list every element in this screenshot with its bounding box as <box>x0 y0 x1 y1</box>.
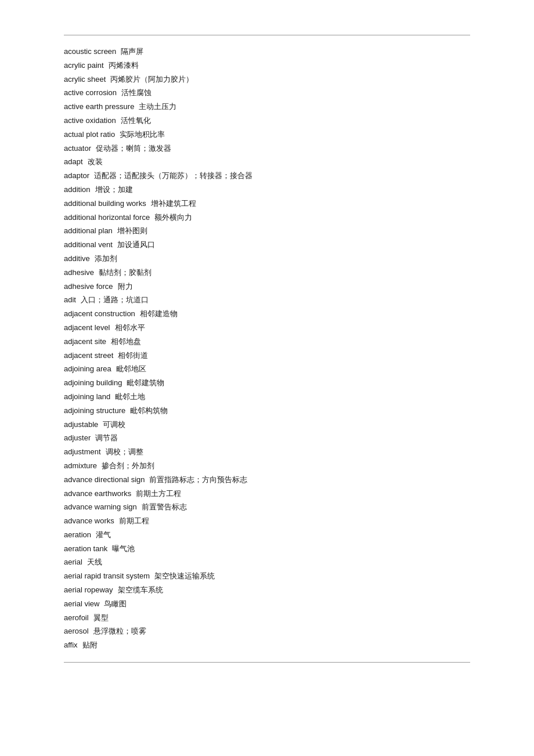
entry-english: active corrosion <box>64 88 117 97</box>
entry-english: aerofoil <box>64 613 89 622</box>
entry-english: advance directional sign <box>64 475 145 484</box>
list-item: additional vent加设通风口 <box>64 239 470 251</box>
entry-chinese: 适配器；适配接头（万能苏）；转接器；接合器 <box>94 171 252 180</box>
entry-chinese: 相邻水平 <box>115 323 145 332</box>
entry-english: adaptor <box>64 171 89 180</box>
list-item: aerofoil翼型 <box>64 612 470 624</box>
entry-english: actual plot ratio <box>64 130 115 139</box>
entry-chinese: 前期土方工程 <box>136 489 181 498</box>
list-item: adjoining land毗邻土地 <box>64 391 470 403</box>
entry-chinese: 增设；加建 <box>95 185 133 194</box>
list-item: aeration灌气 <box>64 529 470 541</box>
entry-chinese: 改装 <box>88 157 103 166</box>
entry-chinese: 主动土压力 <box>139 102 176 111</box>
entry-chinese: 入口；通路；坑道口 <box>81 295 149 304</box>
entry-english: adit <box>64 295 76 304</box>
entry-english: adjacent level <box>64 323 110 332</box>
entry-chinese: 前期工程 <box>119 516 149 525</box>
entry-chinese: 架空快速运输系统 <box>154 571 215 580</box>
entry-chinese: 前置指路标志；方向预告标志 <box>149 475 247 484</box>
entry-chinese: 鸟瞰图 <box>104 599 127 608</box>
entry-chinese: 加设通风口 <box>117 240 155 249</box>
list-item: aeration tank曝气池 <box>64 543 470 555</box>
list-item: adhesive黏结剂；胶黏剂 <box>64 267 470 279</box>
entry-english: actuator <box>64 144 91 153</box>
entry-chinese: 灌气 <box>96 530 111 539</box>
list-item: acrylic sheet丙烯胶片（阿加力胶片） <box>64 74 470 86</box>
list-item: aerial view鸟瞰图 <box>64 598 470 610</box>
list-item: advance warning sign前置警告标志 <box>64 501 470 513</box>
entry-english: advance earthworks <box>64 489 131 498</box>
list-item: adjacent street相邻街道 <box>64 350 470 362</box>
entry-chinese: 掺合剂；外加剂 <box>102 461 154 470</box>
entry-chinese: 调节器 <box>95 433 118 442</box>
entry-chinese: 可调校 <box>103 420 125 429</box>
list-item: advance earthworks前期土方工程 <box>64 488 470 500</box>
entry-english: acrylic paint <box>64 61 104 70</box>
entry-chinese: 丙烯漆料 <box>109 61 139 70</box>
list-item: adjoining structure毗邻构筑物 <box>64 405 470 417</box>
list-item: active earth pressure主动土压力 <box>64 101 470 113</box>
entry-english: additional building works <box>64 199 146 208</box>
list-item: aerosol悬浮微粒；喷雾 <box>64 625 470 638</box>
list-item: actuator促动器；喇筒；激发器 <box>64 143 470 155</box>
entry-chinese: 活性氧化 <box>121 116 151 125</box>
entry-english: adjacent construction <box>64 309 135 318</box>
entry-english: adjoining building <box>64 378 122 387</box>
list-item: active corrosion活性腐蚀 <box>64 87 470 99</box>
entry-english: aerial ropeway <box>64 585 113 594</box>
list-item: aerial天线 <box>64 556 470 569</box>
entry-chinese: 天线 <box>87 558 102 566</box>
entry-chinese: 曝气池 <box>112 544 135 553</box>
list-item: adit入口；通路；坑道口 <box>64 294 470 306</box>
entry-chinese: 添加剂 <box>95 254 117 263</box>
page-container: acoustic screen隔声屏acrylic paint丙烯漆料acryl… <box>0 0 534 756</box>
list-item: advance directional sign前置指路标志；方向预告标志 <box>64 474 470 486</box>
entry-english: adjuster <box>64 433 91 442</box>
entry-english: adjustable <box>64 420 98 429</box>
list-item: aerial ropeway架空缆车系统 <box>64 584 470 596</box>
entry-english: additional horizontal force <box>64 213 150 222</box>
list-item: additional horizontal force额外横向力 <box>64 212 470 224</box>
entry-english: adhesive <box>64 268 94 277</box>
entry-chinese: 增补建筑工程 <box>151 199 196 208</box>
entry-chinese: 相邻街道 <box>118 351 148 360</box>
entry-english: aerial rapid transit system <box>64 571 150 580</box>
entry-english: active oxidation <box>64 116 116 125</box>
list-item: adjuster调节器 <box>64 432 470 444</box>
top-divider <box>64 35 470 35</box>
entry-chinese: 贴附 <box>82 641 98 649</box>
entry-chinese: 额外横向力 <box>154 213 192 222</box>
list-item: adjustable可调校 <box>64 419 470 431</box>
entry-chinese: 悬浮微粒；喷雾 <box>93 627 146 635</box>
list-item: additive添加剂 <box>64 253 470 265</box>
entry-english: acoustic screen <box>64 47 116 56</box>
list-item: actual plot ratio实际地积比率 <box>64 129 470 141</box>
bottom-divider <box>64 662 470 663</box>
list-item: adapt改装 <box>64 156 470 168</box>
entry-english: adjacent street <box>64 351 113 360</box>
entry-chinese: 毗邻地区 <box>116 364 146 373</box>
list-item: additional plan增补图则 <box>64 225 470 237</box>
entry-list: acoustic screen隔声屏acrylic paint丙烯漆料acryl… <box>64 46 470 652</box>
entry-chinese: 黏结剂；胶黏剂 <box>99 268 151 277</box>
entry-english: aerial <box>64 558 82 566</box>
entry-chinese: 毗邻构筑物 <box>130 406 168 415</box>
list-item: additional building works增补建筑工程 <box>64 198 470 210</box>
entry-english: adhesive force <box>64 282 113 291</box>
list-item: adjacent site相邻地盘 <box>64 336 470 348</box>
entry-chinese: 前置警告标志 <box>142 502 187 511</box>
entry-english: aeration tank <box>64 544 107 553</box>
entry-english: advance works <box>64 516 114 525</box>
list-item: addition增设；加建 <box>64 184 470 196</box>
list-item: adjoining area毗邻地区 <box>64 363 470 375</box>
list-item: adaptor适配器；适配接头（万能苏）；转接器；接合器 <box>64 170 470 182</box>
entry-chinese: 毗邻建筑物 <box>127 378 164 387</box>
list-item: aerial rapid transit system架空快速运输系统 <box>64 570 470 583</box>
entry-chinese: 翼型 <box>93 613 109 622</box>
entry-chinese: 相邻建造物 <box>140 309 178 318</box>
list-item: adhesive force附力 <box>64 281 470 293</box>
entry-english: advance warning sign <box>64 502 137 511</box>
list-item: active oxidation活性氧化 <box>64 115 470 127</box>
entry-english: addition <box>64 185 91 194</box>
